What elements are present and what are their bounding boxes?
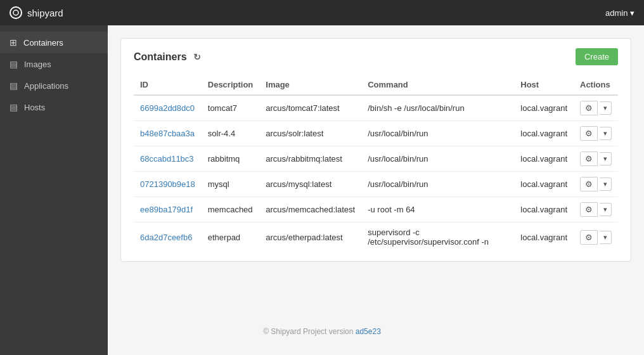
cell-id: 6da2d7ceefb6 (134, 223, 202, 252)
cell-actions: ⚙ ▾ (574, 172, 618, 197)
cell-host: local.vagrant (514, 197, 574, 223)
cell-id: ee89ba179d1f (134, 197, 202, 223)
footer: © Shipyard Project version ad5e23 (108, 314, 644, 349)
gear-button[interactable]: ⚙ (580, 230, 598, 245)
cell-id: b48e87cbaa3a (134, 121, 202, 146)
main-content: Containers ↻ Create ID Description Image… (108, 25, 644, 355)
container-id-link[interactable]: 68ccabd11bc3 (140, 154, 194, 164)
cell-host: local.vagrant (514, 223, 574, 252)
sidebar-item-images[interactable]: ▤ Images (0, 53, 108, 75)
actions-group: ⚙ ▾ (580, 126, 612, 141)
admin-menu[interactable]: admin ▾ (605, 8, 634, 18)
containers-card: Containers ↻ Create ID Description Image… (120, 38, 631, 262)
footer-version-link[interactable]: ad5e23 (356, 327, 381, 336)
layout: ⊞ Containers ▤ Images ▤ Applications ▤ H… (0, 25, 644, 355)
gear-button[interactable]: ⚙ (580, 126, 598, 141)
card-header: Containers ↻ Create (134, 48, 618, 65)
cell-command: /usr/local/bin/run (361, 121, 514, 146)
container-id-link[interactable]: b48e87cbaa3a (140, 129, 195, 138)
cell-image: arcus/mysql:latest (259, 172, 361, 197)
cell-host: local.vagrant (514, 121, 574, 146)
sidebar-item-containers[interactable]: ⊞ Containers (0, 32, 108, 53)
cell-image: arcus/memcached:latest (259, 197, 361, 223)
cell-image: arcus/rabbitmq:latest (259, 146, 361, 172)
header-row: ID Description Image Command Host Action… (134, 75, 618, 95)
cell-host: local.vagrant (514, 95, 574, 121)
images-icon: ▤ (10, 59, 18, 69)
refresh-icon[interactable]: ↻ (193, 52, 201, 62)
cell-actions: ⚙ ▾ (574, 146, 618, 172)
dropdown-button[interactable]: ▾ (600, 152, 612, 165)
cell-description: mysql (202, 172, 260, 197)
container-id-link[interactable]: ee89ba179d1f (140, 205, 193, 214)
cell-description: memcached (202, 197, 260, 223)
cell-description: rabbitmq (202, 146, 260, 172)
cell-command: /bin/sh -e /usr/local/bin/run (361, 95, 514, 121)
container-id-link[interactable]: 6da2d7ceefb6 (140, 233, 192, 242)
cell-description: etherpad (202, 223, 260, 252)
cell-image: arcus/solr:latest (259, 121, 361, 146)
sidebar-item-hosts[interactable]: ▤ Hosts (0, 96, 108, 118)
cell-command: -u root -m 64 (361, 197, 514, 223)
sidebar-label-images: Images (24, 60, 51, 69)
table-row: 6699a2dd8dc0 tomcat7 arcus/tomcat7:lates… (134, 95, 618, 121)
actions-group: ⚙ ▾ (580, 152, 612, 166)
gear-button[interactable]: ⚙ (580, 101, 598, 115)
col-description: Description (202, 75, 260, 95)
gear-button[interactable]: ⚙ (580, 152, 598, 166)
dropdown-button[interactable]: ▾ (600, 203, 612, 216)
table-row: ee89ba179d1f memcached arcus/memcached:l… (134, 197, 618, 223)
container-id-link[interactable]: 6699a2dd8dc0 (140, 103, 195, 113)
dropdown-button[interactable]: ▾ (600, 127, 612, 140)
table-row: b48e87cbaa3a solr-4.4 arcus/solr:latest … (134, 121, 618, 146)
gear-button[interactable]: ⚙ (580, 202, 598, 217)
gear-button[interactable]: ⚙ (580, 177, 598, 191)
cell-image: arcus/etherpad:latest (259, 223, 361, 252)
brand: shipyard (10, 6, 63, 19)
cell-command: supervisord -c /etc/supervisor/superviso… (361, 223, 514, 252)
navbar: shipyard admin ▾ (0, 0, 644, 25)
actions-group: ⚙ ▾ (580, 177, 612, 191)
sidebar-item-applications[interactable]: ▤ Applications (0, 75, 108, 96)
table-header: ID Description Image Command Host Action… (134, 75, 618, 95)
cell-command: /usr/local/bin/run (361, 172, 514, 197)
hosts-icon: ▤ (10, 102, 18, 112)
table-body: 6699a2dd8dc0 tomcat7 arcus/tomcat7:lates… (134, 95, 618, 252)
card-title: Containers ↻ (134, 51, 201, 63)
col-image: Image (259, 75, 361, 95)
sidebar-label-applications: Applications (24, 81, 68, 91)
admin-dropdown-icon: ▾ (630, 8, 634, 18)
col-actions: Actions (574, 75, 618, 95)
cell-id: 68ccabd11bc3 (134, 146, 202, 172)
table-row: 6da2d7ceefb6 etherpad arcus/etherpad:lat… (134, 223, 618, 252)
containers-icon: ⊞ (10, 37, 17, 48)
cell-actions: ⚙ ▾ (574, 197, 618, 223)
cell-host: local.vagrant (514, 172, 574, 197)
table-row: 0721390b9e18 mysql arcus/mysql:latest /u… (134, 172, 618, 197)
create-button[interactable]: Create (576, 48, 618, 65)
container-id-link[interactable]: 0721390b9e18 (140, 179, 195, 189)
cell-description: solr-4.4 (202, 121, 260, 146)
admin-label: admin (605, 8, 628, 18)
cell-image: arcus/tomcat7:latest (259, 95, 361, 121)
footer-copy: © Shipyard Project (263, 327, 326, 336)
cell-command: /usr/local/bin/run (361, 146, 514, 172)
cell-id: 6699a2dd8dc0 (134, 95, 202, 121)
applications-icon: ▤ (10, 81, 18, 91)
table-row: 68ccabd11bc3 rabbitmq arcus/rabbitmq:lat… (134, 146, 618, 172)
containers-table: ID Description Image Command Host Action… (134, 75, 618, 252)
dropdown-button[interactable]: ▾ (600, 178, 612, 191)
brand-icon (10, 6, 22, 19)
cell-host: local.vagrant (514, 146, 574, 172)
actions-group: ⚙ ▾ (580, 202, 612, 217)
dropdown-button[interactable]: ▾ (600, 231, 612, 244)
cell-actions: ⚙ ▾ (574, 121, 618, 146)
cell-actions: ⚙ ▾ (574, 95, 618, 121)
footer-version-label: version (329, 327, 356, 336)
dropdown-button[interactable]: ▾ (600, 101, 612, 115)
containers-title: Containers (134, 51, 187, 63)
sidebar-label-containers: Containers (23, 38, 63, 48)
col-id: ID (134, 75, 202, 95)
sidebar: ⊞ Containers ▤ Images ▤ Applications ▤ H… (0, 25, 108, 355)
cell-id: 0721390b9e18 (134, 172, 202, 197)
